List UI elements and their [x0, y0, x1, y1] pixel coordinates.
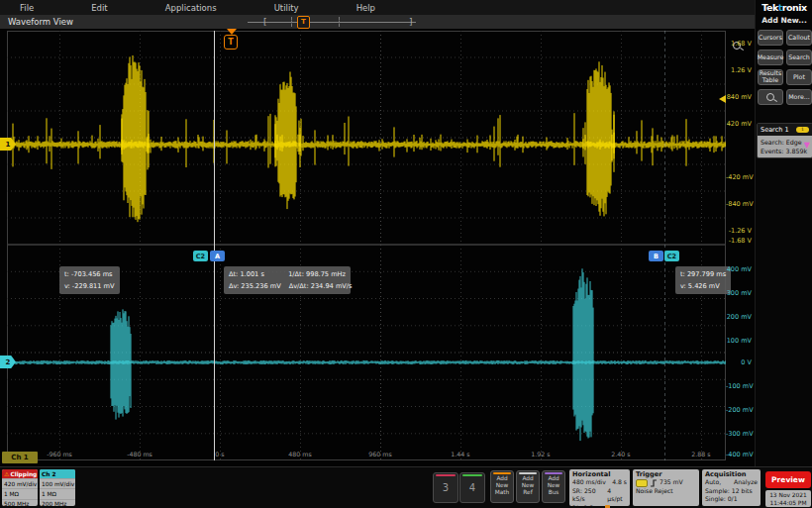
results-table-button[interactable]: Results Table [758, 69, 783, 85]
ch2-badge-header: Ch 2 [40, 469, 75, 478]
add-new-math-button[interactable]: AddNewMath [490, 470, 514, 503]
trigger-mode: Noise Reject [636, 487, 696, 495]
plot-button[interactable]: Plot [786, 69, 812, 85]
clipping-text: Clipping [10, 471, 37, 477]
ch1-badge[interactable]: ⚠ Clipping 420 mV/div1 MΩ500 MHz [2, 469, 38, 506]
timeline-dash [291, 17, 292, 27]
ch2-scale-label: -300 mV [726, 430, 752, 438]
cursor-a-volt: v: -229.811 mV [64, 280, 115, 292]
cursor-delta-t: Δt: 1.001 s [229, 268, 264, 280]
measure-button[interactable]: Measure [758, 50, 783, 65]
waveform-view: T 1 2 C2 A B C2 t: -703.456 ms v: -229.8… [0, 29, 755, 466]
cursor-b-readout: t: 297.799 ms v: 5.426 mV [675, 266, 731, 294]
cursor-b-source-badge[interactable]: C2 [664, 251, 679, 261]
trigger-panel[interactable]: Trigger 735 mV Noise Reject [633, 469, 699, 506]
preview-button[interactable]: Preview [765, 471, 811, 488]
callout-button[interactable]: Callout [786, 30, 812, 46]
ch2-badge[interactable]: Ch 2 100 mV/div1 MΩ200 MHz [40, 469, 75, 506]
add-new-ref-button[interactable]: AddNewRef [516, 470, 540, 503]
ch2-scale-label: 200 mV [726, 313, 752, 321]
ch1-axis-label: Ch 1 [2, 452, 38, 463]
cursor-dv-dt: Δv/Δt: 234.94 mV/s [289, 280, 353, 292]
ch2-scale-label: -100 mV [726, 382, 752, 390]
acq-single: Single: 0/1 [705, 495, 758, 503]
add-new-heading: Add New... [756, 16, 812, 25]
trigger-source-swatch [636, 479, 648, 487]
ch2-scale-label: 400 mV [726, 265, 752, 273]
cursor-a-badge[interactable]: A [210, 251, 225, 261]
search-panel-title: Search 1 [761, 126, 789, 134]
add-color-stripe [493, 472, 511, 474]
cursor-a-time: t: -703.456 ms [64, 268, 115, 280]
horizontal-scale: 480 ms/div [572, 478, 606, 486]
ch1-scale-label: -1.68 V [726, 237, 752, 245]
trigger-position-minimap-icon[interactable]: T [297, 16, 310, 29]
ch2-scale-label: 100 mV [726, 337, 752, 345]
ch2-badge-row: 100 mV/div [40, 478, 75, 488]
buffer-percent: 31.4% [605, 504, 627, 508]
timeline-minimap[interactable]: [ ] T [248, 15, 416, 29]
zoom-bracket-right[interactable]: ] [409, 16, 413, 28]
ch1-badge-row: 500 MHz [2, 499, 38, 506]
ch1-scale-label: -1.26 V [726, 227, 752, 235]
search-button[interactable]: Search [786, 50, 812, 65]
bottom-settings-bar: ⚠ Clipping 420 mV/div1 MΩ500 MHz Ch 2 10… [0, 466, 812, 508]
cursor-a-readout: t: -703.456 ms v: -229.811 mV [59, 266, 120, 294]
date-text: 13 Nov 2021 [765, 491, 811, 499]
cursor-b-time: t: 297.799 ms [680, 268, 726, 280]
menu-help[interactable]: Help [356, 3, 375, 13]
horizontal-panel[interactable]: Horizontal 480 ms/div4.8 s SR: 250 kS/s4… [569, 469, 630, 506]
time-tick-label: 480 ms [288, 451, 311, 457]
ch2-scale-label: -200 mV [726, 406, 752, 414]
horizontal-window: 4.8 s [612, 478, 627, 486]
cursor-a-source-badge[interactable]: C2 [193, 251, 208, 261]
ch1-badge-rows: 420 mV/div1 MΩ500 MHz [2, 478, 38, 506]
time-tick-label: 1.92 s [531, 451, 550, 457]
time-tick-label: -960 ms [47, 451, 72, 457]
time-tick-label: -480 ms [127, 451, 152, 457]
menu-applications[interactable]: Applications [165, 3, 217, 13]
ch2-scale-label: -400 mV [726, 451, 752, 458]
sample-rate: SR: 250 kS/s [572, 487, 607, 504]
zoom-bracket-left[interactable]: [ [263, 16, 267, 28]
menu-utility[interactable]: Utility [274, 3, 299, 13]
tab-waveform-view[interactable]: Waveform View [8, 17, 73, 27]
add-color-stripe [545, 472, 562, 474]
right-sidebar: Tektronix Add New... CursorsCalloutMeasu… [755, 0, 812, 466]
tektronix-logo: Tektronix [756, 2, 812, 13]
search-count-pill: 1 [796, 127, 809, 133]
ch1-scale-label: 1.68 V [726, 40, 752, 48]
menu-file[interactable]: File [20, 3, 34, 13]
search-expander-icon[interactable]: ▼ [804, 141, 810, 150]
ch1-scale-label: -840 mV [726, 200, 752, 208]
cursor-b-badge[interactable]: B [649, 251, 663, 261]
cursors-button[interactable]: Cursors [758, 30, 783, 46]
magnifier-icon [766, 93, 774, 101]
trigger-title: Trigger [636, 470, 696, 478]
zoom-overview-button[interactable] [758, 89, 783, 105]
time-tick-label: 2.40 s [611, 451, 630, 457]
channel-color-stripe [436, 474, 456, 476]
search-panel-body[interactable]: Search: Edge Events: 3.859k ▼ [758, 136, 812, 157]
trigger-level-arrow-icon[interactable] [719, 95, 726, 103]
time-tick-label: 960 ms [368, 451, 391, 457]
trigger-level: 735 mV [660, 478, 683, 486]
ch1-scale-label: 840 mV [726, 93, 752, 101]
channel-color-stripe [462, 474, 482, 476]
trigger-position-badge[interactable]: T [224, 35, 238, 50]
waveform-plot[interactable] [7, 31, 726, 460]
channel-3-button[interactable]: 3 [433, 472, 458, 503]
search-results-panel[interactable]: Search 1 1 Search: Edge Events: 3.859k ▼ [757, 123, 812, 158]
search-panel-header[interactable]: Search 1 1 [758, 124, 812, 136]
time-tick-label: 2.88 s [691, 451, 710, 457]
datetime-display[interactable]: 13 Nov 2021 11:44:05 PM [765, 490, 811, 507]
warning-icon: ⚠ [4, 470, 9, 477]
channel-4-button[interactable]: 4 [459, 472, 485, 503]
more--button[interactable]: More... [786, 89, 812, 105]
add-new-bus-button[interactable]: AddNewBus [542, 470, 565, 503]
menu-edit[interactable]: Edit [91, 3, 107, 13]
acquisition-panel[interactable]: Acquisition Auto,Analyze Sample: 12 bits… [702, 469, 761, 506]
ch2-scale-label: 0 V [726, 358, 752, 366]
cursor-inv-delta-t: 1/Δt: 998.75 mHz [288, 268, 346, 280]
search-type-text: Search: Edge [761, 138, 809, 147]
